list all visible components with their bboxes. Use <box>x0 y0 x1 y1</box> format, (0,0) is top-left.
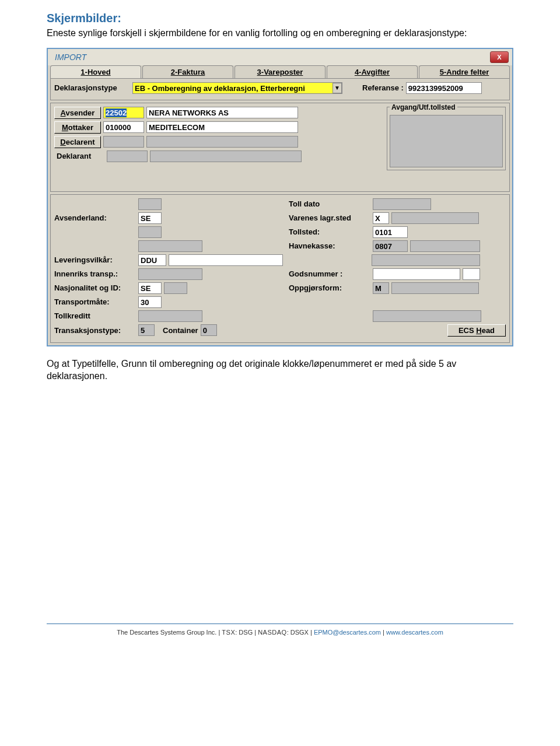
havnekasse-input[interactable]: 0807 <box>373 240 408 252</box>
close-button[interactable]: X <box>490 51 509 63</box>
tab-andre-felter[interactable]: 5-Andre felter <box>419 65 510 78</box>
panel-details: Toll dato Avsenderland: SE Varenes lagr.… <box>50 194 510 343</box>
tab-avgifter[interactable]: 4-Avgifter <box>327 65 418 78</box>
window-title: IMPORT <box>51 52 86 62</box>
deklarasjonstype-label: Deklarasjonstype <box>54 83 130 92</box>
nasjonalitet-input[interactable]: SE <box>138 282 162 294</box>
blank-input-4[interactable] <box>372 254 480 266</box>
godsnummer-label: Godsnummer : <box>289 269 370 278</box>
innenriks-input[interactable] <box>138 268 202 280</box>
godsnummer-suffix-input[interactable] <box>463 268 480 280</box>
declarent-code-input[interactable] <box>103 136 144 148</box>
avgang-empty-area <box>390 115 503 167</box>
tab-bar: 1-Hoved 2-Faktura 3-Vareposter 4-Avgifte… <box>48 65 512 78</box>
deklarant-label: Deklarant <box>54 152 104 160</box>
tab-vareposter[interactable]: 3-Vareposter <box>235 65 326 78</box>
leveringsvilkar-label: Leveringsvilkår: <box>54 255 136 264</box>
footer-nasdaq-label: NASDAQ <box>258 629 286 636</box>
tollsted-input[interactable]: 0101 <box>373 226 408 238</box>
mottaker-code-input[interactable]: 010000 <box>103 121 144 133</box>
footer-email-link[interactable]: EPMO@descartes.com <box>314 629 381 636</box>
section-heading: Skjermbilder: <box>47 12 513 25</box>
avsender-code-input[interactable]: 22502 <box>103 107 144 118</box>
mottaker-name-input[interactable]: MEDITELECOM <box>146 121 298 133</box>
footer-tsx-label: TSX <box>222 629 235 636</box>
footer-divider <box>47 624 513 624</box>
avsender-name-input[interactable]: NERA NETWORKS AS <box>146 107 298 118</box>
varenes-code-input[interactable]: X <box>373 212 389 224</box>
panel-parties: Avsender 22502 NERA NETWORKS AS Mottaker… <box>50 103 510 192</box>
blank-input-2[interactable] <box>138 226 162 238</box>
tolldato-label: Toll dato <box>289 199 370 208</box>
referanse-input[interactable]: 9923139952009 <box>406 82 482 94</box>
blank-input-3[interactable] <box>138 240 202 252</box>
nasjonalitet-label: Nasjonalitet og ID: <box>54 283 136 292</box>
chevron-down-icon[interactable]: ▼ <box>332 83 342 93</box>
container-label: Container <box>163 326 198 335</box>
varenes-desc-input[interactable] <box>391 212 479 224</box>
deklarasjonstype-combo[interactable]: EB - Omberegning av deklarasjon, Etterbe… <box>132 82 342 94</box>
deklarant-name-input[interactable] <box>150 150 302 162</box>
oppgjorsform-label: Oppgjørsform: <box>289 283 370 292</box>
declarent-button[interactable]: Declarent <box>54 136 101 148</box>
avsenderland-label: Avsenderland: <box>54 213 136 222</box>
container-input[interactable]: 0 <box>201 324 217 336</box>
panel-top: Deklarasjonstype EB - Omberegning av dek… <box>50 78 510 100</box>
innenriks-label: Innenriks transp.: <box>54 269 136 278</box>
avgang-fieldset: Avgang/Utf.tollsted <box>387 107 506 170</box>
mottaker-button[interactable]: Mottaker <box>54 121 101 134</box>
oppgjorsform-input[interactable]: M <box>373 282 389 294</box>
transportmate-input[interactable]: 30 <box>138 296 162 308</box>
avgang-legend: Avgang/Utf.tollsted <box>390 103 457 111</box>
outro-paragraph: Og at Typetilfelle, Grunn til omberegnin… <box>47 358 513 383</box>
transportmate-label: Transportmåte: <box>54 297 136 306</box>
nasjonalitet-id-input[interactable] <box>164 282 187 294</box>
havnekasse-desc-input[interactable] <box>410 240 480 252</box>
tollkreditt-input[interactable] <box>138 310 202 322</box>
blank-input-5[interactable] <box>373 310 481 322</box>
avsenderland-input[interactable]: SE <box>138 212 162 224</box>
declarent-name-input[interactable] <box>146 136 298 148</box>
footer-url-link[interactable]: www.descartes.com <box>386 629 443 636</box>
deklarant-code-input[interactable] <box>107 150 148 162</box>
transaksjonstype-label: Transaksjonstype: <box>54 326 136 335</box>
tab-hoved[interactable]: 1-Hoved <box>50 65 141 78</box>
avsender-button[interactable]: Avsender <box>54 107 101 119</box>
oppgjorsform-desc-input[interactable] <box>391 282 479 294</box>
havnekasse-label: Havnekasse: <box>289 241 370 250</box>
ecs-head-button[interactable]: ECS Head <box>447 324 506 337</box>
footer-company: The Descartes Systems Group Inc. <box>117 629 216 636</box>
godsnummer-input[interactable] <box>373 268 460 280</box>
referanse-label: Referanse : <box>362 83 404 92</box>
leveringsvilkar-input[interactable]: DDU <box>138 254 166 266</box>
transaksjonstype-input[interactable]: 5 <box>138 324 155 336</box>
tolldato-input[interactable] <box>373 198 431 210</box>
tollkreditt-label: Tollkreditt <box>54 311 136 320</box>
page-footer: The Descartes Systems Group Inc. | TSX: … <box>0 629 560 647</box>
varenes-label: Varenes lagr.sted <box>289 213 370 222</box>
leveringsvilkar-desc-input[interactable] <box>169 254 283 266</box>
blank-input-1[interactable] <box>138 198 162 210</box>
tollsted-label: Tollsted: <box>289 227 370 236</box>
tab-faktura[interactable]: 2-Faktura <box>142 65 233 78</box>
screenshot-window: IMPORT X 1-Hoved 2-Faktura 3-Vareposter … <box>47 48 513 346</box>
intro-paragraph: Eneste synlige forskjell i skjermbildene… <box>47 27 513 40</box>
